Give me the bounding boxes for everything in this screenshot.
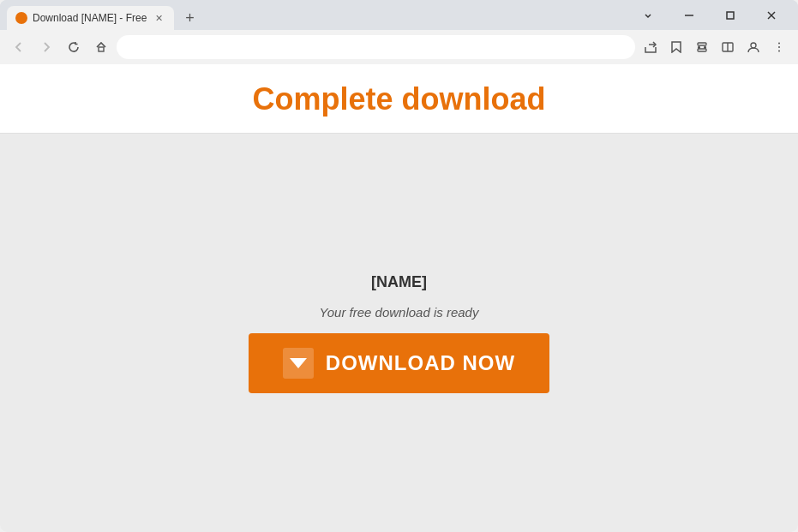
tab-favicon-icon	[15, 12, 27, 24]
download-area: [NAME] Your free download is ready DOWNL…	[0, 134, 798, 532]
svg-point-12	[751, 43, 756, 48]
download-button-label: DOWNLOAD NOW	[326, 351, 515, 375]
download-card: [NAME] Your free download is ready DOWNL…	[249, 273, 549, 393]
product-name: [NAME]	[371, 273, 427, 291]
bookmark-icon[interactable]	[664, 35, 688, 59]
share-icon[interactable]	[639, 35, 663, 59]
page-header: Complete download	[0, 64, 798, 134]
browser-tab[interactable]: Download [NAME] - Free ✕	[7, 6, 174, 30]
svg-rect-9	[698, 49, 706, 51]
svg-rect-8	[698, 43, 706, 45]
page-content: Complete download [NAME] Your free downl…	[0, 64, 798, 532]
page-title: Complete download	[0, 81, 798, 117]
navigation-bar	[0, 30, 798, 64]
home-button[interactable]	[89, 35, 113, 59]
svg-point-13	[778, 43, 780, 45]
extensions-icon[interactable]	[690, 35, 714, 59]
forward-button[interactable]	[34, 35, 58, 59]
tab-title: Download [NAME] - Free	[33, 12, 147, 24]
download-arrow-icon	[283, 348, 314, 379]
split-screen-icon[interactable]	[716, 35, 740, 59]
window-menu-button[interactable]	[628, 3, 668, 27]
profile-icon[interactable]	[741, 35, 765, 59]
back-button[interactable]	[7, 35, 31, 59]
browser-window: Download [NAME] - Free ✕ +	[0, 0, 798, 532]
window-maximize-button[interactable]	[711, 3, 750, 27]
tab-close-button[interactable]: ✕	[152, 11, 165, 25]
svg-point-14	[778, 46, 780, 48]
menu-icon[interactable]	[767, 35, 791, 59]
svg-rect-1	[727, 12, 734, 19]
address-bar[interactable]	[117, 35, 635, 59]
svg-point-15	[778, 51, 780, 52]
tab-strip: Download [NAME] - Free ✕ +	[7, 0, 621, 30]
chevron-down-icon	[290, 358, 307, 368]
download-now-button[interactable]: DOWNLOAD NOW	[249, 333, 549, 393]
window-controls	[628, 3, 791, 27]
title-bar: Download [NAME] - Free ✕ +	[0, 0, 798, 30]
download-subtitle: Your free download is ready	[320, 305, 479, 320]
window-minimize-button[interactable]	[669, 3, 709, 27]
nav-right-icons	[639, 35, 791, 59]
reload-button[interactable]	[62, 35, 86, 59]
svg-rect-4	[99, 47, 104, 51]
window-close-button[interactable]	[752, 3, 791, 27]
new-tab-button[interactable]: +	[177, 6, 201, 30]
